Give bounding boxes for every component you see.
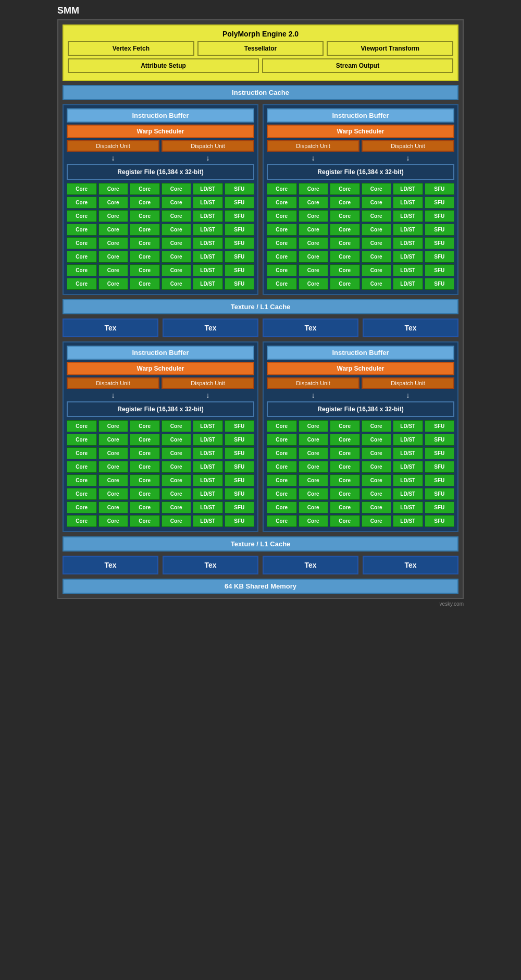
core-cell: Core: [330, 197, 360, 209]
core-cell: Core: [330, 447, 360, 459]
core-cell: Core: [67, 210, 97, 222]
core-cell: Core: [98, 515, 129, 527]
core-cell: Core: [98, 197, 129, 209]
core-cell: LD/ST: [193, 251, 223, 263]
rf-2r: Register File (16,384 x 32-bit): [267, 401, 454, 417]
core-cell: Core: [130, 488, 160, 500]
core-cell: Core: [130, 183, 160, 195]
core-cell: SFU: [225, 251, 255, 263]
core-cell: Core: [162, 488, 192, 500]
core-cell: Core: [67, 237, 97, 249]
dispatch-row-2r: Dispatch Unit Dispatch Unit: [267, 377, 454, 389]
core-cell: Core: [130, 197, 160, 209]
core-cell: LD/ST: [193, 224, 223, 236]
core-cell: Core: [162, 237, 192, 249]
ib-2r: Instruction Buffer: [267, 346, 454, 360]
core-cell: SFU: [425, 251, 455, 263]
tex-box: Tex: [263, 556, 358, 574]
core-cell: Core: [362, 278, 392, 290]
core-cell: SFU: [425, 264, 455, 276]
core-cell: Core: [267, 224, 297, 236]
core-cell: Core: [162, 264, 192, 276]
core-cell: Core: [130, 474, 160, 486]
du-1l-1: Dispatch Unit: [162, 140, 254, 152]
core-cell: Core: [67, 278, 97, 290]
tessellator: Tessellator: [197, 41, 324, 56]
arrows-2l: ↓ ↓: [67, 391, 254, 399]
core-cell: LD/ST: [393, 183, 423, 195]
core-cell: Core: [330, 434, 360, 446]
shared-memory: 64 KB Shared Memory: [63, 579, 458, 594]
core-cell: Core: [98, 501, 129, 513]
core-cell: Core: [299, 501, 329, 513]
viewport-transform: Viewport Transform: [327, 41, 453, 56]
texture-cache-2: Texture / L1 Cache: [63, 536, 458, 552]
core-cell: LD/ST: [393, 434, 423, 446]
core-cell: Core: [299, 474, 329, 486]
core-cell: LD/ST: [393, 447, 423, 459]
core-cell: LD/ST: [393, 251, 423, 263]
core-cell: Core: [67, 515, 97, 527]
core-cell: SFU: [225, 447, 255, 459]
core-cell: SFU: [425, 224, 455, 236]
core-cell: Core: [330, 501, 360, 513]
core-grid-2l: CoreCoreCoreCoreLD/STSFUCoreCoreCoreCore…: [67, 420, 254, 527]
core-cell: Core: [267, 488, 297, 500]
core-cell: Core: [67, 474, 97, 486]
core-cell: SFU: [425, 434, 455, 446]
outer-container: PolyMorph Engine 2.0 Vertex Fetch Tessel…: [57, 19, 464, 599]
core-cell: SFU: [425, 278, 455, 290]
core-grid-1l: CoreCoreCoreCoreLD/STSFUCoreCoreCoreCore…: [67, 183, 254, 290]
core-cell: Core: [67, 197, 97, 209]
core-cell: Core: [267, 434, 297, 446]
core-cell: Core: [67, 461, 97, 473]
core-grid-1r: CoreCoreCoreCoreLD/STSFUCoreCoreCoreCore…: [267, 183, 454, 290]
tex-box: Tex: [63, 556, 158, 574]
core-cell: Core: [362, 264, 392, 276]
tex-row-2: TexTexTexTex: [63, 556, 458, 574]
arrows-1l: ↓ ↓: [67, 154, 254, 162]
core-cell: Core: [362, 488, 392, 500]
core-cell: Core: [299, 251, 329, 263]
du-1r-0: Dispatch Unit: [267, 140, 359, 152]
core-cell: Core: [98, 461, 129, 473]
core-cell: Core: [330, 264, 360, 276]
core-cell: Core: [299, 447, 329, 459]
core-cell: Core: [267, 237, 297, 249]
core-cell: LD/ST: [393, 210, 423, 222]
core-cell: Core: [299, 515, 329, 527]
core-cell: Core: [130, 278, 160, 290]
sm-unit-1-right: Instruction Buffer Warp Scheduler Dispat…: [263, 104, 458, 295]
core-cell: Core: [299, 210, 329, 222]
core-cell: SFU: [225, 515, 255, 527]
core-cell: LD/ST: [193, 183, 223, 195]
ib-1l: Instruction Buffer: [67, 108, 254, 123]
core-cell: Core: [162, 224, 192, 236]
tex-box: Tex: [263, 318, 358, 337]
core-cell: Core: [299, 197, 329, 209]
core-cell: Core: [362, 197, 392, 209]
core-cell: SFU: [425, 474, 455, 486]
dispatch-row-1l: Dispatch Unit Dispatch Unit: [67, 140, 254, 152]
core-cell: Core: [67, 447, 97, 459]
core-cell: SFU: [425, 515, 455, 527]
tex-box: Tex: [63, 318, 158, 337]
core-cell: Core: [330, 183, 360, 195]
smm-title: SMM: [57, 5, 464, 16]
core-cell: LD/ST: [193, 210, 223, 222]
core-cell: Core: [98, 420, 129, 432]
core-cell: Core: [67, 434, 97, 446]
core-cell: Core: [130, 264, 160, 276]
core-cell: Core: [130, 447, 160, 459]
sm-pair-2: Instruction Buffer Warp Scheduler Dispat…: [63, 341, 458, 532]
core-cell: Core: [299, 278, 329, 290]
core-cell: Core: [98, 237, 129, 249]
core-cell: Core: [98, 251, 129, 263]
ws-1l: Warp Scheduler: [67, 125, 254, 138]
core-cell: Core: [362, 461, 392, 473]
core-cell: Core: [267, 420, 297, 432]
core-cell: Core: [299, 264, 329, 276]
core-cell: Core: [67, 183, 97, 195]
core-cell: LD/ST: [393, 501, 423, 513]
core-cell: SFU: [425, 237, 455, 249]
